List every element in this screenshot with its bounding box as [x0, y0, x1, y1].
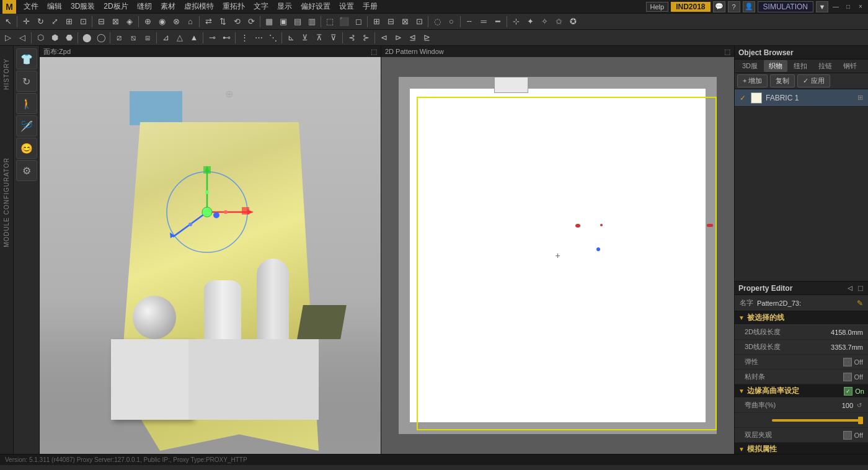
menu-3d-garment[interactable]: 3D服装	[67, 0, 99, 13]
tool2-8[interactable]: ⧄	[112, 31, 126, 45]
tool-unknown9[interactable]: ⌂	[184, 15, 197, 29]
tool-g1[interactable]: ⊹	[509, 15, 523, 29]
tool2-9[interactable]: ⧅	[126, 31, 140, 45]
tool-g3[interactable]: ✧	[538, 15, 551, 29]
tool-c1[interactable]: ⬚	[323, 15, 337, 29]
tool-b3[interactable]: ▤	[291, 15, 304, 29]
prop-double-layer-toggle[interactable]: Off	[843, 431, 863, 440]
menu-text[interactable]: 文字	[250, 0, 272, 13]
curvature-slider-track[interactable]	[772, 419, 863, 422]
viewport-2d[interactable]: 2D Pattern Window ⬚ +	[381, 46, 735, 454]
edge-curve-toggle[interactable]: ✓ On	[844, 387, 864, 396]
prop-elastic-toggle[interactable]: Off	[843, 358, 863, 366]
tool2-12[interactable]: △	[173, 31, 187, 45]
tool2-6[interactable]: ⬤	[80, 31, 94, 45]
viewport-2d-expand-icon[interactable]: ⬚	[724, 48, 730, 56]
icon-settings[interactable]: ⚙	[16, 160, 37, 181]
menu-preferences[interactable]: 偏好设置	[297, 0, 334, 13]
prop-external-icon[interactable]: ⬚	[856, 284, 864, 293]
tool2-19[interactable]: ⊾	[284, 31, 298, 45]
icon-shirt[interactable]: 👕	[16, 48, 37, 69]
tool2-23[interactable]: ⊰	[345, 31, 358, 45]
prop-name-edit-icon[interactable]: ✎	[857, 299, 863, 308]
tool-unknown3[interactable]: ⊟	[94, 15, 108, 29]
tab-button[interactable]: 纽扣	[789, 60, 812, 72]
add-fabric-button[interactable]: + 增加	[737, 74, 768, 87]
help-icon[interactable]: ?	[728, 1, 740, 12]
fabric-item-1[interactable]: ✓ FABRIC 1 ⊞	[735, 89, 868, 107]
icon-figure[interactable]: 🚶	[16, 93, 37, 114]
tool-unknown7[interactable]: ◉	[155, 15, 169, 29]
icon-face[interactable]: 😊	[16, 138, 37, 159]
tool2-11[interactable]: ⊿	[159, 31, 172, 45]
tool-b1[interactable]: ▦	[262, 15, 276, 29]
tool-arr3[interactable]: ⟲	[230, 15, 244, 29]
curvature-reset-icon[interactable]: ↺	[856, 402, 863, 409]
tool2-24[interactable]: ⊱	[359, 31, 373, 45]
tool-g4[interactable]: ✩	[552, 15, 565, 29]
sim-dropdown-icon[interactable]: ▼	[816, 1, 828, 12]
menu-sewing[interactable]: 缝纫	[133, 0, 156, 13]
tool-unknown8[interactable]: ⊗	[169, 15, 183, 29]
edge-curve-header[interactable]: ▼ 边缘高曲率设定 ✓ On	[735, 384, 868, 398]
edge-curve-toggle-box[interactable]: ✓	[844, 387, 852, 396]
fabric-expand-icon[interactable]: ⊞	[856, 94, 864, 102]
tool-d2[interactable]: ⊟	[384, 15, 397, 29]
chat-icon[interactable]: 💬	[713, 1, 725, 12]
tool-arr4[interactable]: ⟳	[244, 15, 258, 29]
double-layer-toggle-box[interactable]	[843, 431, 852, 440]
window-maximize[interactable]: □	[843, 2, 853, 12]
account-icon[interactable]: 👤	[743, 1, 755, 12]
tool-unknown5[interactable]: ◈	[123, 15, 136, 29]
tool-unknown2[interactable]: ⊡	[76, 15, 90, 29]
tab-steel[interactable]: 钢钎	[838, 60, 862, 72]
window-close[interactable]: ×	[856, 2, 866, 12]
prop-arrow-left-icon[interactable]: ◁	[846, 284, 854, 293]
menu-material[interactable]: 素材	[157, 0, 179, 13]
tool-b2[interactable]: ▣	[277, 15, 290, 29]
tool-f3[interactable]: ━	[491, 15, 505, 29]
tool2-14[interactable]: ⊸	[205, 31, 219, 45]
tool-c3[interactable]: ◻	[352, 15, 365, 29]
property-scroll-area[interactable]: ▼ 被选择的线 2D线段长度 4158.0mm 3D线段长度 3353.7mm …	[735, 311, 868, 454]
viewport-3d-expand-icon[interactable]: ⬚	[371, 48, 377, 56]
tool2-20[interactable]: ⊻	[298, 31, 312, 45]
sim-props-header[interactable]: ▼ 模拟属性	[735, 443, 868, 454]
icon-fabric[interactable]: 🪡	[16, 115, 37, 136]
tool-d3[interactable]: ⊠	[398, 15, 412, 29]
icon-rotate[interactable]: ↻	[16, 71, 37, 92]
tab-zipper[interactable]: 拉链	[813, 60, 837, 72]
menu-edit[interactable]: 编辑	[43, 0, 66, 13]
tool-f2[interactable]: ═	[477, 15, 490, 29]
tool-select[interactable]: ↖	[1, 15, 15, 29]
tool2-25[interactable]: ⊲	[377, 31, 391, 45]
tool-c2[interactable]: ⬛	[337, 15, 351, 29]
tool-move[interactable]: ✛	[19, 15, 33, 29]
tool-f1[interactable]: ╌	[463, 15, 476, 29]
tool-scale[interactable]: ⤢	[48, 15, 61, 29]
tool2-7[interactable]: ◯	[94, 31, 108, 45]
window-minimize[interactable]: —	[831, 2, 841, 12]
fabric-visible-check[interactable]: ✓	[738, 94, 747, 102]
tool2-26[interactable]: ⊳	[391, 31, 405, 45]
tool-d1[interactable]: ⊞	[370, 15, 383, 29]
tool-b4[interactable]: ▥	[305, 15, 319, 29]
menu-manual[interactable]: 手册	[359, 0, 381, 13]
apply-fabric-button[interactable]: ✓ 应用	[797, 74, 830, 87]
menu-avatar[interactable]: 虚拟模特	[180, 0, 218, 13]
tool2-15[interactable]: ⊷	[219, 31, 233, 45]
tool2-18[interactable]: ⋱	[266, 31, 280, 45]
curvature-slider-thumb[interactable]	[858, 417, 863, 424]
tool-rotate[interactable]: ↻	[33, 15, 47, 29]
pattern-canvas[interactable]: +	[381, 57, 734, 454]
selected-line-header[interactable]: ▼ 被选择的线	[735, 311, 868, 325]
menu-retopology[interactable]: 重拓扑	[219, 0, 249, 13]
viewport-3d-canvas[interactable]: ⊕	[40, 57, 381, 454]
tool-g5[interactable]: ✪	[566, 15, 580, 29]
tool-e1[interactable]: ◌	[430, 15, 444, 29]
tool-arr2[interactable]: ⇅	[216, 15, 229, 29]
menu-display[interactable]: 显示	[273, 0, 296, 13]
prop-curvature-slider[interactable]	[735, 413, 868, 428]
tool-d4[interactable]: ⊡	[412, 15, 426, 29]
tool2-4[interactable]: ⬢	[48, 31, 61, 45]
